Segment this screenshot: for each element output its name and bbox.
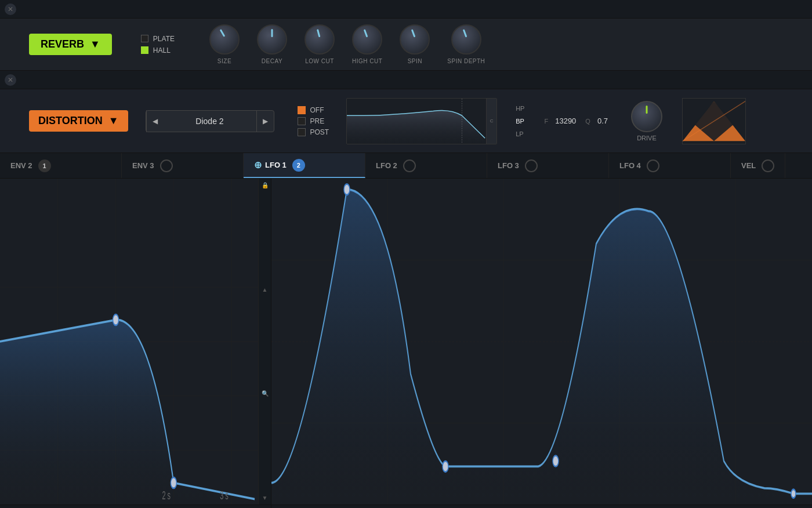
spin-label: SPIN (408, 58, 422, 64)
off-checkbox[interactable] (298, 106, 306, 114)
plate-checkbox[interactable] (141, 35, 148, 42)
q-prefix: Q (585, 118, 590, 125)
main-content: 2 s 3 s 🔒 ▲ 🔍 ▼ (0, 179, 812, 505)
reverb-section: REVERB ▼ PLATE HALL SIZE DECAY LOW CUT H… (0, 19, 812, 71)
tab-lfo3-circle (525, 159, 538, 172)
scroll-zoom-icon[interactable]: 🔍 (262, 390, 269, 397)
preset-next-button[interactable]: ▶ (256, 110, 274, 132)
svg-point-19 (344, 184, 350, 195)
filter-q-value[interactable]: 0.7 (597, 117, 608, 125)
env2-graph-svg: 2 s 3 s (0, 179, 271, 505)
plate-label: PLATE (153, 35, 175, 43)
lfo1-panel (271, 179, 812, 505)
close-row-2: ✕ (0, 71, 812, 89)
bottom-section: 2.12 s -7.7 dB 754 ms TRIG (0, 505, 812, 508)
highcut-knob[interactable] (352, 24, 382, 55)
hp-bp-lp-group: HP BP LP (513, 104, 527, 139)
hp-button[interactable]: HP (513, 104, 527, 113)
reverb-type-group: PLATE HALL (141, 35, 175, 55)
spindepth-label: SPIN DEPTH (447, 58, 485, 64)
drive-label: DRIVE (637, 135, 657, 141)
pre-label: PRE (310, 117, 325, 125)
lp-button[interactable]: LP (513, 129, 527, 139)
size-knob[interactable] (209, 24, 240, 55)
filter-values: F 13290 Q 0.7 (544, 117, 608, 125)
tab-env2-label: ENV 2 (10, 161, 32, 170)
env2-bottom: 2.12 s -7.7 dB 754 ms (0, 505, 271, 508)
distortion-section: DISTORTION ▼ ◀ Diode 2 ▶ OFF PRE POST (0, 89, 812, 153)
svg-point-20 (553, 456, 559, 467)
off-label: OFF (310, 106, 324, 114)
drag-icon[interactable]: ⊕ (254, 159, 262, 170)
tab-lfo1-badge: 2 (292, 159, 305, 172)
time-label-2s: 2 s (162, 488, 171, 501)
tab-lfo4-label: LFO 4 (619, 161, 641, 170)
distortion-title: DISTORTION (38, 115, 103, 127)
tab-lfo1-label: LFO 1 (265, 161, 287, 169)
reverb-title: REVERB (41, 38, 84, 50)
spindepth-knob-group: SPIN DEPTH (447, 24, 485, 64)
tab-lfo4[interactable]: LFO 4 (609, 153, 731, 178)
tab-vel-circle (762, 159, 774, 172)
plate-option[interactable]: PLATE (141, 35, 175, 43)
tab-lfo2-label: LFO 2 (376, 161, 397, 170)
pre-checkbox[interactable] (298, 117, 306, 125)
spin-knob[interactable] (400, 24, 430, 55)
tab-env2-badge: 1 (38, 159, 51, 172)
post-option[interactable]: POST (298, 128, 329, 136)
tab-lfo4-circle (647, 159, 659, 172)
freq-prefix: F (544, 118, 548, 125)
hall-option[interactable]: HALL (141, 46, 175, 55)
off-pre-post-group: OFF PRE POST (298, 106, 329, 136)
time-label-3s: 3 s (220, 488, 229, 501)
scroll-lock-icon[interactable]: 🔒 (262, 182, 269, 188)
reverb-label[interactable]: REVERB ▼ (29, 34, 112, 55)
filter-c-label: C (490, 118, 494, 124)
svg-point-21 (443, 461, 448, 472)
filter-handle[interactable]: C (486, 99, 496, 144)
size-knob-group: SIZE (209, 24, 240, 64)
size-label: SIZE (217, 58, 231, 64)
env-point-2 (171, 477, 176, 488)
hall-checkbox[interactable] (141, 46, 148, 54)
preset-selector: ◀ Diode 2 ▶ (146, 110, 274, 132)
tab-lfo2[interactable]: LFO 2 (365, 153, 487, 178)
lowcut-knob[interactable] (304, 24, 335, 55)
scroll-down-icon[interactable]: ▼ (262, 495, 268, 501)
hall-label: HALL (153, 46, 171, 55)
bp-button[interactable]: BP (513, 117, 527, 126)
tabs-row: ENV 2 1 ENV 3 ⊕ LFO 1 2 LFO 2 LFO 3 LFO … (0, 153, 812, 179)
reverb-knobs: SIZE DECAY LOW CUT HIGH CUT SPIN SPIN DE… (209, 24, 485, 64)
close-button-1[interactable]: ✕ (5, 3, 16, 15)
tab-lfo1[interactable]: ⊕ LFO 1 2 (244, 153, 365, 178)
spindepth-knob[interactable] (451, 24, 481, 55)
tab-env2[interactable]: ENV 2 1 (0, 153, 122, 178)
filter-curve-svg (347, 99, 496, 144)
tab-vel-label: VEL (741, 161, 756, 170)
tab-vel[interactable]: VEL (731, 153, 785, 178)
drive-knob[interactable] (631, 101, 662, 132)
scroll-up-icon[interactable]: ▲ (262, 286, 268, 293)
tab-lfo2-circle (403, 159, 416, 172)
distortion-label[interactable]: DISTORTION ▼ (29, 110, 128, 132)
close-button-2[interactable]: ✕ (5, 74, 16, 86)
distortion-arrow[interactable]: ▼ (108, 115, 119, 127)
filter-display: C (346, 98, 497, 144)
tab-env3-circle (160, 159, 173, 172)
preset-name[interactable]: Diode 2 (164, 117, 256, 126)
spin-knob-group: SPIN (400, 24, 430, 64)
tab-env3[interactable]: ENV 3 (122, 153, 244, 178)
post-label: POST (310, 128, 329, 136)
env2-panel: 2 s 3 s 🔒 ▲ 🔍 ▼ (0, 179, 271, 505)
reverb-dropdown-arrow[interactable]: ▼ (90, 38, 100, 50)
filter-freq-value[interactable]: 13290 (555, 117, 576, 125)
highcut-label: HIGH CUT (352, 58, 382, 64)
off-option[interactable]: OFF (298, 106, 329, 114)
decay-knob[interactable] (257, 24, 287, 55)
preset-prev-button[interactable]: ◀ (146, 110, 164, 132)
tab-lfo3[interactable]: LFO 3 (487, 153, 609, 178)
env-scrollbar: 🔒 ▲ 🔍 ▼ (258, 179, 271, 505)
post-checkbox[interactable] (298, 128, 306, 136)
lowcut-knob-group: LOW CUT (304, 24, 335, 64)
pre-option[interactable]: PRE (298, 117, 329, 125)
